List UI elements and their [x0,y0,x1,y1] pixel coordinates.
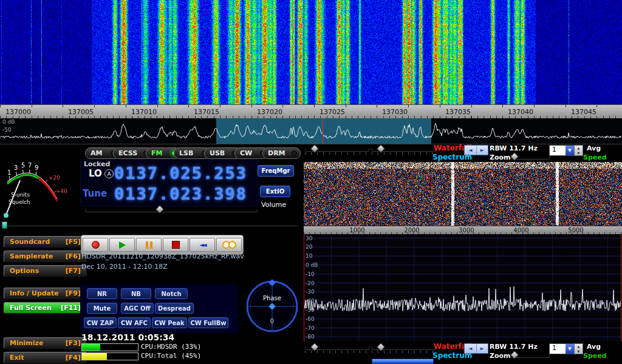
volume-label: Volume [261,201,286,209]
mode-button-drm[interactable]: DRM [262,147,301,159]
rf-spectrum[interactable] [0,118,622,144]
avg-select-bottom[interactable]: 1 ▼ [549,343,575,354]
pause-icon [146,241,152,249]
cpu-hdsdr-bar [81,343,138,351]
freq-tick-label: 137005 [62,108,100,116]
avg-spinner-bottom[interactable]: ▲▼ [574,343,583,354]
menu-button-soundcard[interactable]: Soundcard[F5] [4,236,87,248]
rbw-value-bottom: RBW 11.7 Hz [490,343,538,351]
freq-tick-label: 137030 [376,108,414,116]
arrow-left-icon[interactable]: ◄ [465,146,476,155]
arrow-left-icon[interactable]: ◄ [465,344,476,353]
slider-ticks [305,152,368,155]
freq-tick-label: 137000 [0,108,37,116]
pause-button[interactable] [136,238,162,252]
rf-frequency-scale[interactable]: 137000 137005 137010 137015 137020 13702… [0,104,622,120]
arrow-up-icon[interactable]: ▲ [575,146,583,150]
dsp-button-despread[interactable]: Despread [155,303,194,314]
stop-icon [172,241,180,249]
play-button[interactable] [109,238,135,252]
af-db-tick: 30 [306,235,312,241]
stop-button[interactable] [163,238,188,252]
dsp-button-agc[interactable]: AGC Off [121,303,154,314]
menu-button-fullscreen[interactable]: Full Screen[F11] [4,302,87,314]
rbw-value-top: RBW 11.7 Hz [490,144,538,152]
smeter-tick-plus20: +20 [49,175,60,181]
lo-frequency-display[interactable]: 0137.025.253 [114,164,247,183]
cpu-total-label: CPU:Total (45%) [141,352,201,360]
dsp-button-cw-peak[interactable]: CW Peak [152,317,187,328]
dsp-button-mute[interactable]: Mute [87,303,117,314]
zoom-label-bottom: Zoom [490,352,511,360]
chevron-down-icon[interactable]: ▼ [566,146,574,155]
af-db-tick: -80 [306,334,315,340]
af-waterfall[interactable] [304,162,622,226]
af-spectrum[interactable] [304,234,622,342]
squelch-label: Squelch [9,199,30,205]
menu-button-minimize[interactable]: Minimize[F3] [4,337,87,349]
arrow-down-icon[interactable]: ▼ [575,150,583,155]
dsp-button-cw-zap[interactable]: CW ZAP [84,317,117,328]
tune-frequency-display[interactable]: 0137.023.398 [114,185,247,203]
rf-waterfall[interactable] [0,0,622,104]
avg-select-top[interactable]: 1 ▼ [549,145,575,156]
squelch-slider[interactable] [1,223,298,226]
avg-label-bottom: Avg [587,343,601,351]
arrow-right-icon[interactable]: ► [476,146,488,155]
s-meter: 1 3 5 7 9 +20 +40 S-units Squelch [1,146,80,224]
volume-slider[interactable] [85,208,258,212]
af-db-tick: -20 [306,280,315,286]
dsp-button-nr[interactable]: NR [87,288,117,299]
extio-button[interactable]: ExtIO [260,186,290,197]
phase-value: 0 [270,318,274,325]
arrow-right-icon[interactable]: ► [476,344,488,353]
shift-spinner-top[interactable]: ◄► [464,145,488,155]
tune-label: Tune [83,188,107,199]
freq-tick-label: 137040 [502,108,539,116]
dsp-button-nb[interactable]: NB [121,288,151,299]
record-icon [92,241,100,249]
af-db-tick: -40 [306,298,315,304]
dsp-button-cw-afc[interactable]: CW AFC [118,317,151,328]
menu-button-samplerate[interactable]: Samplerate[F6] [4,251,87,262]
dsp-button-notch[interactable]: Notch [155,288,188,299]
freq-tick-label: 137025 [313,108,351,116]
loop-icon [222,241,236,249]
phase-indicator: Phase 0 [245,279,299,334]
arrow-up-icon[interactable]: ▲ [575,344,583,349]
mode-led [292,150,297,156]
squelch-slider-thumb[interactable] [2,221,7,229]
lo-lock-badge[interactable]: A [104,169,114,178]
freq-tick-label: 137010 [125,108,163,116]
lo-label: LO [89,168,102,179]
smeter-units-label: S-units [11,192,30,198]
freqmgr-button[interactable]: FreqMgr [258,165,294,177]
avg-label-top: Avg [587,144,601,152]
dsp-button-cw-fullbw[interactable]: CW FullBw [188,317,228,328]
af-db-tick: -30 [306,289,315,295]
shift-spinner-bottom[interactable]: ◄► [464,343,488,354]
smeter-tick-1: 1 [7,169,11,176]
recording-date: Dec 10, 2011 - 12:10:18Z [81,263,168,271]
rf-db-label-mid: -50 [2,127,12,133]
cpu-total-bar [81,352,138,360]
arrow-down-icon[interactable]: ▼ [575,349,583,354]
rewind-icon: ◄◄ [199,241,205,248]
zoom-label-top: Zoom [490,153,511,161]
af-db-tick: -60 [306,316,315,322]
record-button[interactable] [83,238,108,252]
cpu-hdsdr-label: CPU:HDSDR (33%) [141,343,201,351]
hdsdr-window: 137000 137005 137010 137015 137020 13702… [0,0,622,364]
rf-db-label-top: 0 dB [2,119,15,125]
menu-button-exit[interactable]: Exit[F4] [4,352,87,363]
menu-button-options[interactable]: Options[F7] [4,265,87,277]
slider-ticks [372,351,435,353]
menu-button-info-update[interactable]: Info / Update[F9] [4,288,87,299]
chevron-down-icon[interactable]: ▼ [566,344,574,354]
speed-label-top: Speed [583,153,607,161]
rewind-button[interactable]: ◄◄ [190,238,215,252]
zoom-level-bar[interactable] [372,359,434,364]
loop-button[interactable] [216,238,242,252]
avg-spinner-top[interactable]: ▲▼ [574,145,583,156]
freq-tick-label: 137045 [565,108,603,116]
